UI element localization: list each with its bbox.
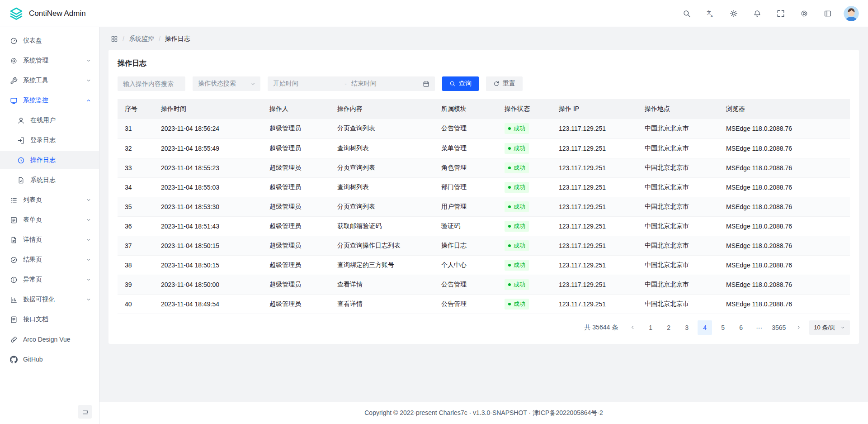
pagination-next-button[interactable]	[791, 320, 806, 335]
cell-time: 2023-11-04 18:51:43	[154, 216, 262, 236]
file-check-icon	[17, 176, 25, 184]
pagination-total: 共 35644 条	[584, 324, 618, 332]
pagination-pages: 1 2 3 4 5 6 ··· 3565	[643, 320, 788, 335]
sidebar-item-system-management[interactable]: 系统管理	[0, 52, 99, 70]
theme-toggle-button[interactable]	[726, 6, 741, 21]
pagination-page-button[interactable]: 3	[679, 320, 694, 335]
sidebar-item-arco-design-vue[interactable]: Arco Design Vue	[0, 330, 99, 348]
cell-operator: 超级管理员	[262, 158, 330, 177]
pagination-page-button[interactable]: 2	[661, 320, 676, 335]
layout-button[interactable]	[820, 6, 835, 21]
date-range-picker[interactable]: 开始时间 - 结束时间	[268, 76, 435, 91]
copyright-text: Copyright © 2022-present Charles7c · v1.…	[364, 409, 603, 417]
footer: Copyright © 2022-present Charles7c · v1.…	[99, 402, 868, 424]
sidebar-item-system-monitor[interactable]: 系统监控	[0, 91, 99, 110]
pagination-page-button[interactable]: 3565	[770, 320, 788, 335]
table-row: 35 2023-11-04 18:53:30 超级管理员 分页查询列表 用户管理…	[118, 197, 850, 216]
cell-seq: 37	[118, 236, 154, 255]
pagination-page-button[interactable]: 1	[643, 320, 658, 335]
app-title: ContiNew Admin	[29, 9, 86, 18]
cell-time: 2023-11-04 18:56:24	[154, 119, 262, 138]
chevron-down-icon	[85, 276, 92, 283]
info-circle-icon	[10, 276, 18, 284]
cell-location: 中国北京北京市	[637, 294, 719, 314]
breadcrumb-separator: /	[123, 35, 124, 43]
cell-ip: 123.117.129.251	[552, 294, 637, 314]
table-row: 32 2023-11-04 18:55:49 超级管理员 查询树列表 菜单管理 …	[118, 138, 850, 158]
sidebar-item-label: 接口文档	[23, 315, 48, 324]
col-header-content: 操作内容	[330, 99, 434, 119]
search-button[interactable]	[679, 6, 694, 21]
status-text: 成功	[514, 183, 525, 191]
sidebar-item-form-page[interactable]: 表单页	[0, 211, 99, 229]
cell-operator: 超级管理员	[262, 216, 330, 236]
cell-module: 公告管理	[434, 294, 497, 314]
cell-operator: 超级管理员	[262, 138, 330, 158]
pagination-page-button[interactable]: 5	[716, 320, 730, 335]
cell-ip: 123.117.129.251	[552, 119, 637, 138]
apps-grid-icon[interactable]	[111, 35, 118, 43]
sidebar-item-exception-page[interactable]: 异常页	[0, 271, 99, 289]
cell-ip: 123.117.129.251	[552, 236, 637, 255]
settings-button[interactable]	[797, 6, 812, 21]
sidebar-item-detail-page[interactable]: 详情页	[0, 231, 99, 249]
cell-seq: 34	[118, 177, 154, 197]
gear-icon	[800, 10, 808, 18]
col-header-ip: 操作 IP	[552, 99, 637, 119]
page-size-select[interactable]: 10 条/页	[809, 320, 850, 335]
translate-button[interactable]	[703, 6, 718, 21]
search-button[interactable]: 查询	[442, 76, 479, 91]
page-title: 操作日志	[118, 59, 850, 68]
sidebar-item-system-tools[interactable]: 系统工具	[0, 71, 99, 90]
pagination-page-button[interactable]: 6	[734, 320, 748, 335]
sidebar-item-login-log[interactable]: 登录日志	[0, 131, 99, 149]
reset-button-label: 重置	[503, 80, 515, 88]
fullscreen-button[interactable]	[773, 6, 788, 21]
sidebar-item-label: 结果页	[23, 256, 42, 264]
cell-ip: 123.117.129.251	[552, 138, 637, 158]
sidebar-item-dashboard[interactable]: 仪表盘	[0, 32, 99, 50]
status-dot-icon	[508, 264, 511, 267]
cell-status: 成功	[497, 236, 552, 255]
sidebar-item-label: 系统管理	[23, 57, 48, 65]
cell-browser: MSEdge 118.0.2088.76	[719, 294, 850, 314]
sidebar-item-label: 数据可视化	[23, 295, 55, 304]
status-dot-icon	[508, 225, 511, 228]
layout-icon	[824, 10, 832, 18]
content-search-input[interactable]	[118, 76, 185, 91]
sidebar-item-online-users[interactable]: 在线用户	[0, 111, 99, 129]
sidebar-item-api-docs[interactable]: 接口文档	[0, 310, 99, 329]
status-select[interactable]: 操作状态搜索	[193, 76, 260, 91]
sidebar-item-label: 系统监控	[23, 96, 48, 105]
avatar[interactable]	[844, 6, 859, 21]
sidebar-item-operation-log[interactable]: 操作日志	[0, 151, 99, 169]
cell-content: 查看详情	[330, 275, 434, 294]
reset-button[interactable]: 重置	[486, 76, 523, 91]
cell-time: 2023-11-04 18:53:30	[154, 197, 262, 216]
cell-module: 操作日志	[434, 236, 497, 255]
col-header-module: 所属模块	[434, 99, 497, 119]
pagination-page-button[interactable]: 4	[698, 320, 712, 335]
sidebar-item-data-visualization[interactable]: 数据可视化	[0, 291, 99, 309]
sidebar-item-result-page[interactable]: 结果页	[0, 251, 99, 269]
sidebar-collapse-button[interactable]	[78, 405, 92, 419]
pagination-prev-button[interactable]	[625, 320, 640, 335]
notifications-button[interactable]	[750, 6, 765, 21]
pagination-page-button[interactable]: ···	[752, 320, 766, 335]
cell-module: 部门管理	[434, 177, 497, 197]
sidebar-item-system-log[interactable]: 系统日志	[0, 171, 99, 189]
cell-content: 查看详情	[330, 294, 434, 314]
cell-operator: 超级管理员	[262, 236, 330, 255]
sidebar-item-github[interactable]: GitHub	[0, 350, 99, 368]
status-badge: 成功	[505, 201, 529, 212]
sidebar-item-list-page[interactable]: 列表页	[0, 191, 99, 209]
history-clock-icon	[17, 157, 25, 164]
table-row: 34 2023-11-04 18:55:03 超级管理员 查询树列表 部门管理 …	[118, 177, 850, 197]
cell-time: 2023-11-04 18:50:00	[154, 275, 262, 294]
cell-seq: 33	[118, 158, 154, 177]
table-row: 33 2023-11-04 18:55:23 超级管理员 分页查询列表 角色管理…	[118, 158, 850, 177]
breadcrumb-section[interactable]: 系统监控	[129, 35, 154, 43]
table-row: 40 2023-11-04 18:49:54 超级管理员 查看详情 公告管理 成…	[118, 294, 850, 314]
brand[interactable]: ContiNew Admin	[9, 6, 86, 21]
chevron-down-icon	[85, 217, 92, 223]
